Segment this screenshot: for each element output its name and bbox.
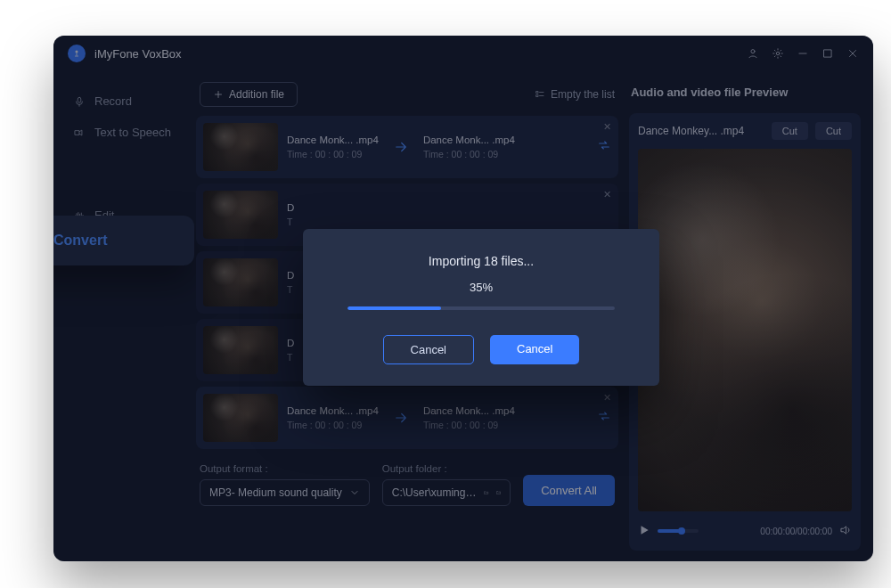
import-progress-modal: Importing 18 files... 35% Cancel Cancel [303,229,659,386]
progress-bar [347,306,615,310]
button-label: Cancel [517,342,552,355]
modal-title: Importing 18 files... [429,254,534,268]
cancel-button[interactable]: Cancel [383,335,474,364]
button-label: Cancel [411,343,446,356]
cancel-button[interactable]: Cancel [490,335,579,364]
modal-overlay: Importing 18 files... 35% Cancel Cancel [53,36,873,561]
modal-percent: 35% [470,281,493,294]
app-window: iMyFone VoxBox Record Text to Speech Con… [53,36,873,561]
progress-fill [347,306,441,310]
